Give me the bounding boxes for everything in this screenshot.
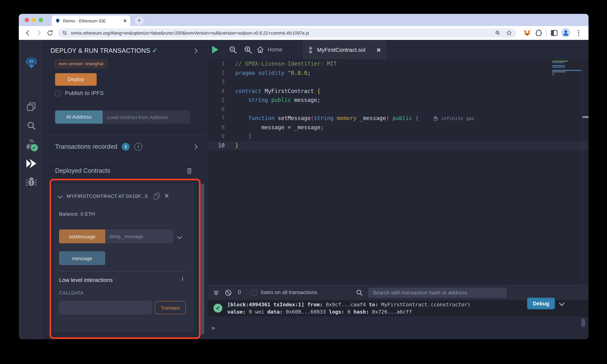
- url-text: remix.ethereum.org/#lang=en&optimize=fal…: [71, 30, 495, 36]
- line-number: 8: [208, 123, 225, 132]
- line-number: 6: [208, 105, 225, 114]
- code-line-3[interactable]: 3: [208, 78, 589, 87]
- zoom-out-icon[interactable]: [229, 46, 237, 54]
- terminal-search-input[interactable]: [368, 288, 507, 298]
- plugin-manager-icon[interactable]: [25, 338, 37, 339]
- url-bar[interactable]: remix.ethereum.org/#lang=en&optimize=fal…: [58, 28, 516, 38]
- extensions-icon[interactable]: [534, 29, 543, 37]
- tab-close-icon[interactable]: ✕: [123, 18, 127, 23]
- tab-file-close-icon[interactable]: ✕: [376, 47, 381, 53]
- forward-icon[interactable]: [35, 29, 43, 37]
- run-script-icon[interactable]: [211, 46, 219, 54]
- line-number: 10: [208, 141, 225, 150]
- code-text: }: [235, 141, 238, 150]
- file-explorer-icon[interactable]: [26, 101, 37, 112]
- tx-info-icon[interactable]: i: [134, 143, 142, 151]
- code-text: // SPDX-License-Identifier: MIT: [235, 59, 337, 68]
- menu-dots-icon[interactable]: [574, 29, 583, 37]
- code-line-10[interactable]: 10}: [208, 141, 589, 150]
- listen-count: 0: [238, 289, 241, 296]
- site-settings-icon[interactable]: [62, 30, 68, 36]
- side-panel-icon[interactable]: [550, 29, 558, 37]
- solidity-file-icon: [308, 47, 313, 54]
- listen-label: listen on all transactions: [261, 289, 317, 295]
- deploy-button[interactable]: Deploy: [55, 73, 97, 86]
- code-line-8[interactable]: 8 message = _message;: [208, 123, 589, 132]
- terminal-prompt[interactable]: >: [211, 325, 215, 331]
- tab-strip: Remix - Ethereum IDE ✕ +: [19, 14, 589, 26]
- publish-ipfs-label: Publish to IPFS: [65, 90, 104, 97]
- tx-expand-chevron-icon[interactable]: [193, 144, 198, 149]
- at-address-group: At Address: [55, 110, 190, 124]
- code-text: message = _message;: [235, 123, 324, 132]
- debug-button[interactable]: Debug: [527, 298, 555, 309]
- remix-app: ✓: [19, 40, 589, 339]
- line-number: 5: [208, 96, 225, 105]
- new-tab-button[interactable]: +: [135, 16, 144, 25]
- back-icon[interactable]: [23, 29, 32, 37]
- line-number: 3: [208, 78, 225, 87]
- tab-home[interactable]: Home: [256, 40, 283, 59]
- listen-checkbox[interactable]: [251, 290, 257, 296]
- code-text: function setMessage(string memory _messa…: [235, 114, 474, 123]
- line-number: 1: [208, 59, 225, 68]
- code-line-1[interactable]: 1// SPDX-License-Identifier: MIT: [208, 59, 589, 68]
- tab-title: Remix - Ethereum IDE: [63, 18, 123, 23]
- gas-estimate-annotation: infinite gas: [434, 116, 474, 121]
- window-zoom-button[interactable]: [39, 18, 43, 22]
- tab-file-label: MyFirstContract.sol: [317, 47, 365, 53]
- at-address-input[interactable]: [103, 110, 190, 124]
- line-number: 2: [208, 68, 225, 78]
- editor-tab-bar: Home MyFirstContract.sol ✕: [208, 40, 589, 59]
- debugger-icon[interactable]: [25, 176, 37, 188]
- solidity-compiler-icon[interactable]: ✓: [25, 138, 38, 151]
- tab-myfirstcontract[interactable]: MyFirstContract.sol ✕: [303, 40, 386, 59]
- window-close-button[interactable]: [25, 18, 29, 22]
- remix-favicon: [55, 18, 60, 23]
- code-text: pragma solidity ^0.8.0;: [235, 68, 311, 78]
- deployed-contracts-row: Deployed Contracts: [55, 167, 193, 175]
- browser-tab[interactable]: Remix - Ethereum IDE ✕: [52, 15, 130, 26]
- bookmark-star-icon[interactable]: [506, 30, 512, 36]
- editor-minimap[interactable]: [552, 61, 581, 76]
- evm-version-badge: evm version: shanghai: [55, 60, 107, 68]
- minimap-separator: [582, 59, 582, 285]
- code-line-6[interactable]: 6: [208, 105, 589, 114]
- search-icon[interactable]: [26, 120, 37, 131]
- window-minimize-button[interactable]: [32, 18, 36, 22]
- compiler-success-badge: ✓: [30, 144, 38, 151]
- code-editor[interactable]: 1// SPDX-License-Identifier: MIT2pragma …: [208, 59, 589, 285]
- code-text: string public message;: [235, 96, 320, 105]
- code-line-5[interactable]: 5 string public message;: [208, 96, 589, 105]
- code-line-7[interactable]: 7 function setMessage(string memory _mes…: [208, 114, 589, 123]
- panel-title: DEPLOY & RUN TRANSACTIONS ✓: [51, 47, 158, 54]
- code-line-4[interactable]: 4contract MyFirstContract {: [208, 87, 589, 96]
- zoom-page-icon[interactable]: [495, 30, 501, 36]
- editor-scroll-thumb[interactable]: [583, 116, 589, 118]
- trash-icon[interactable]: [186, 167, 193, 175]
- toolbar-divider: [546, 29, 547, 37]
- code-line-2[interactable]: 2pragma solidity ^0.8.0;: [208, 68, 589, 78]
- panel-divider: [44, 135, 208, 135]
- tx-success-icon: ✓: [213, 304, 222, 312]
- publish-ipfs-checkbox[interactable]: [55, 90, 61, 96]
- at-address-button[interactable]: At Address: [55, 110, 103, 124]
- panel-scrollbar[interactable]: [201, 184, 204, 335]
- refresh-icon[interactable]: [46, 29, 54, 37]
- remix-logo-icon[interactable]: [24, 56, 39, 71]
- tx-count-badge: 1: [122, 143, 130, 151]
- clear-console-icon[interactable]: [225, 289, 232, 296]
- metamask-icon[interactable]: [523, 29, 531, 37]
- panel-check-icon: ✓: [152, 47, 158, 54]
- deploy-and-run-icon[interactable]: [25, 158, 38, 169]
- terminal-scrollbar[interactable]: [581, 318, 585, 327]
- code-line-9[interactable]: 9 }: [208, 132, 589, 141]
- transactions-recorded-label: Transactions recorded: [55, 143, 117, 150]
- home-icon: [256, 46, 264, 53]
- zoom-in-icon[interactable]: [244, 46, 252, 54]
- profile-avatar[interactable]: [561, 28, 570, 37]
- terminal-search-icon: [356, 289, 363, 296]
- collapse-terminal-icon[interactable]: [213, 290, 219, 296]
- panel-expand-chevron-icon[interactable]: [193, 48, 198, 53]
- line-number: 7: [208, 114, 225, 123]
